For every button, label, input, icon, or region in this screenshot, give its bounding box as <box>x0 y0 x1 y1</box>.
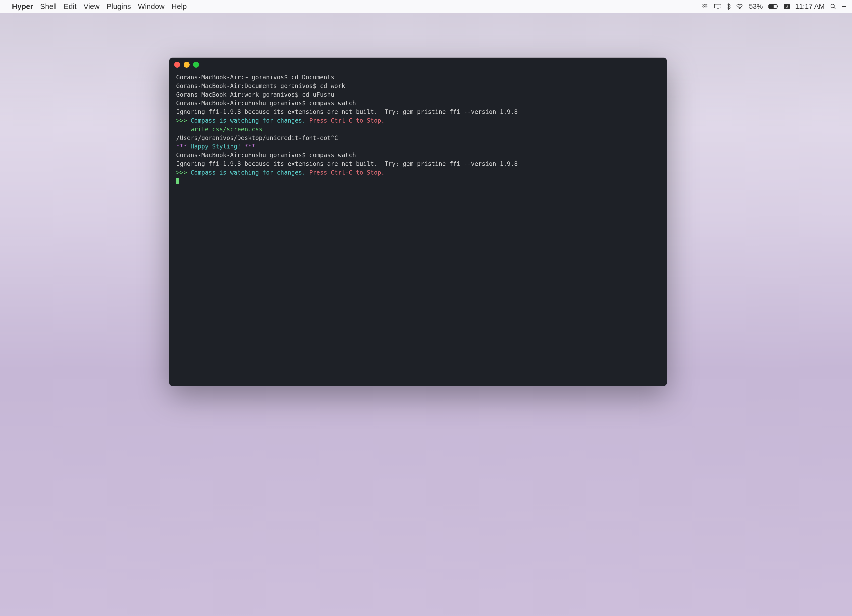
terminal-line: Gorans-MacBook-Air:work goranivos$ cd uF… <box>176 90 660 99</box>
terminal-titlebar[interactable] <box>169 58 667 72</box>
menu-bar: Hyper Shell Edit View Plugins Window Hel… <box>0 0 852 13</box>
app-name[interactable]: Hyper <box>12 2 33 11</box>
menu-window[interactable]: Window <box>138 2 165 11</box>
svg-rect-4 <box>769 5 773 8</box>
menu-help[interactable]: Help <box>171 2 187 11</box>
terminal-line: >>> Compass is watching for changes. Pre… <box>176 116 660 125</box>
menu-view[interactable]: View <box>83 2 99 11</box>
terminal-window[interactable]: Gorans-MacBook-Air:~ goranivos$ cd Docum… <box>169 58 667 386</box>
terminal-line: *** Happy Styling! *** <box>176 142 660 151</box>
menu-plugins[interactable]: Plugins <box>107 2 131 11</box>
menu-shell[interactable]: Shell <box>40 2 57 11</box>
window-zoom-button[interactable] <box>193 62 199 68</box>
desktop[interactable]: Gorans-MacBook-Air:~ goranivos$ cd Docum… <box>0 13 852 616</box>
terminal-line: >>> Compass is watching for changes. Pre… <box>176 169 660 177</box>
terminal-line: Ignoring ffi-1.9.8 because its extension… <box>176 160 660 169</box>
input-source-icon[interactable]: U <box>784 4 790 9</box>
terminal-line: Gorans-MacBook-Air:~ goranivos$ cd Docum… <box>176 73 660 82</box>
notification-center-icon[interactable] <box>841 4 847 9</box>
battery-icon[interactable] <box>768 4 778 9</box>
terminal-line: write css/screen.css <box>176 125 660 134</box>
spotlight-icon[interactable] <box>830 3 836 9</box>
svg-rect-3 <box>777 6 778 7</box>
svg-rect-0 <box>715 4 721 8</box>
svg-point-1 <box>739 8 740 9</box>
window-minimize-button[interactable] <box>184 62 190 68</box>
terminal-line: Gorans-MacBook-Air:Documents goranivos$ … <box>176 82 660 90</box>
terminal-output[interactable]: Gorans-MacBook-Air:~ goranivos$ cd Docum… <box>169 72 667 193</box>
terminal-line: /Users/goranivos/Desktop/unicredit-font-… <box>176 134 660 143</box>
display-mirror-icon[interactable] <box>714 4 721 9</box>
bluetooth-icon[interactable] <box>727 3 731 10</box>
terminal-line: Gorans-MacBook-Air:uFushu goranivos$ com… <box>176 151 660 160</box>
terminal-line: Ignoring ffi-1.9.8 because its extension… <box>176 108 660 116</box>
svg-point-7 <box>831 4 834 8</box>
menu-bar-clock[interactable]: 11:17 AM <box>795 3 825 11</box>
terminal-cursor-line <box>176 177 660 186</box>
dropbox-icon[interactable] <box>702 3 708 10</box>
battery-percent[interactable]: 53% <box>749 3 763 11</box>
svg-text:U: U <box>786 5 788 9</box>
terminal-line: Gorans-MacBook-Air:uFushu goranivos$ com… <box>176 99 660 108</box>
wifi-icon[interactable] <box>736 4 743 9</box>
menu-bar-status: 53% U 11:17 AM <box>702 3 847 11</box>
window-close-button[interactable] <box>174 62 180 68</box>
menu-edit[interactable]: Edit <box>64 2 77 11</box>
